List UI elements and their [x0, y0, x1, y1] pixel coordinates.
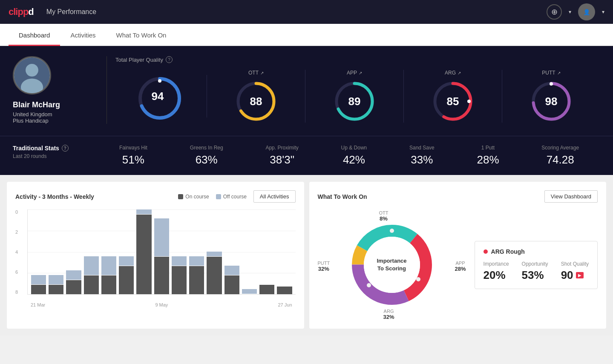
- bar-group-10: [207, 209, 222, 294]
- trad-label-area: Traditional Stats ? Last 20 rounds: [13, 145, 98, 159]
- stat-greens-label: Greens In Reg: [190, 145, 223, 151]
- metric-opportunity: Opportunity 53%: [522, 261, 548, 282]
- stat-sandsave-val: 33%: [409, 153, 435, 166]
- info-card-title: ARG Rough: [483, 248, 589, 255]
- tab-what-to-work-on[interactable]: What To Work On: [106, 24, 177, 46]
- donut-center-label: ImportanceTo Scoring: [377, 257, 406, 272]
- gauge-putt-value: 98: [545, 95, 558, 108]
- svg-point-12: [467, 100, 471, 103]
- player-country: United Kingdom: [13, 111, 98, 118]
- bar-off-11: [224, 266, 239, 275]
- gauge-app-label: APP ↗: [347, 70, 362, 76]
- bar-group-1: [49, 209, 63, 294]
- chart-bars: [27, 209, 296, 295]
- stat-1putt: 1 Putt 28%: [477, 145, 499, 166]
- gauge-arg-label: ARG ↗: [445, 70, 461, 76]
- info-card: ARG Rough Importance 20% Opportunity 53%…: [475, 241, 598, 289]
- activity-legend: On course Off course: [178, 194, 247, 200]
- bar-off-6: [136, 209, 151, 214]
- top-nav: clippd My Performance ⊕ ▾ 👤 ▾: [0, 0, 613, 24]
- add-button[interactable]: ⊕: [547, 4, 562, 20]
- bar-group-8: [172, 209, 187, 294]
- label-app: APP 28%: [455, 261, 466, 272]
- bar-on-10: [207, 257, 222, 294]
- bar-off-3: [84, 256, 99, 275]
- user-dropdown-arrow[interactable]: ▾: [602, 9, 604, 15]
- gauge-app: APP ↗ 89: [305, 70, 404, 123]
- metric-opportunity-val: 53%: [522, 269, 548, 282]
- bar-group-7: [154, 209, 169, 294]
- logo[interactable]: clippd: [9, 6, 34, 17]
- wtwo-inner: ImportanceTo Scoring OTT 8% APP 28% ARG …: [318, 209, 598, 320]
- stat-proximity-label: App. Proximity: [265, 145, 298, 151]
- gauge-ott-label: OTT ↗: [248, 70, 264, 76]
- bar-off-7: [154, 218, 169, 256]
- quality-section: Total Player Quality ? 94: [115, 56, 600, 123]
- bottom-panels: Activity - 3 Months - Weekly On course O…: [0, 175, 613, 335]
- bar-on-4: [101, 275, 116, 294]
- stat-scoring-val: 74.28: [541, 153, 579, 166]
- gauge-arg-container: 85: [432, 80, 474, 123]
- bar-on-3: [84, 275, 99, 294]
- bar-group-14: [277, 209, 292, 294]
- trad-help-icon[interactable]: ?: [62, 145, 69, 152]
- stat-scoring-label: Scoring Average: [541, 145, 579, 151]
- wtwo-panel: What To Work On View Dashboard: [309, 182, 607, 329]
- bar-on-7: [154, 257, 169, 294]
- label-ott: OTT 8%: [379, 210, 389, 222]
- player-name: Blair McHarg: [13, 100, 98, 109]
- bar-on-2: [66, 280, 81, 294]
- tab-bar: Dashboard Activities What To Work On: [0, 24, 613, 46]
- gauge-putt-label: PUTT ↗: [542, 70, 560, 76]
- gauge-total: 94: [115, 75, 207, 118]
- tab-dashboard[interactable]: Dashboard: [9, 24, 60, 46]
- plus-icon: ⊕: [551, 7, 558, 17]
- label-arg: ARG 32%: [383, 309, 394, 320]
- bar-on-13: [259, 285, 274, 294]
- bar-on-8: [172, 266, 187, 294]
- quality-help-icon[interactable]: ?: [166, 56, 173, 63]
- chart-area: 8 6 4 2 0: [15, 209, 296, 307]
- stat-proximity: App. Proximity 38'3": [265, 145, 298, 166]
- hero-section: Blair McHarg United Kingdom Plus Handica…: [0, 46, 613, 136]
- metric-shot-quality-label: Shot Quality: [561, 261, 589, 267]
- gauge-app-value: 89: [348, 95, 361, 108]
- bar-off-9: [189, 256, 204, 266]
- activity-panel-header: Activity - 3 Months - Weekly On course O…: [15, 190, 296, 203]
- activity-panel: Activity - 3 Months - Weekly On course O…: [7, 182, 304, 329]
- stat-1putt-label: 1 Putt: [477, 145, 499, 151]
- bar-on-0: [31, 285, 46, 294]
- nav-title: My Performance: [46, 8, 96, 16]
- bar-off-5: [119, 256, 134, 266]
- donut-area: ImportanceTo Scoring OTT 8% APP 28% ARG …: [318, 209, 466, 320]
- shot-quality-badge: ▶: [576, 272, 584, 278]
- bar-on-6: [136, 215, 151, 294]
- view-dashboard-button[interactable]: View Dashboard: [544, 190, 598, 203]
- stat-updown-val: 42%: [341, 153, 367, 166]
- bar-on-1: [49, 285, 63, 294]
- chart-y-labels: 8 6 4 2 0: [15, 209, 24, 295]
- stat-scoring: Scoring Average 74.28: [541, 145, 579, 166]
- bar-off-4: [101, 256, 116, 275]
- bar-group-2: [66, 209, 81, 294]
- metric-importance-val: 20%: [483, 269, 509, 282]
- all-activities-button[interactable]: All Activities: [253, 190, 296, 203]
- add-dropdown-arrow[interactable]: ▾: [569, 9, 571, 15]
- stat-1putt-val: 28%: [477, 153, 499, 166]
- user-avatar-button[interactable]: 👤: [578, 3, 595, 20]
- svg-point-22: [416, 277, 420, 281]
- svg-point-23: [367, 283, 371, 287]
- logo-text: clippd: [9, 6, 34, 17]
- stat-fairways: Fairways Hit 51%: [119, 145, 147, 166]
- bar-on-9: [189, 266, 204, 294]
- bar-group-0: [31, 209, 46, 294]
- svg-point-21: [390, 229, 394, 233]
- info-card-dot: [483, 249, 488, 254]
- bar-off-10: [207, 252, 222, 256]
- bar-group-12: [242, 209, 257, 294]
- legend-off-course-dot: [216, 194, 221, 199]
- tab-activities[interactable]: Activities: [60, 24, 106, 46]
- legend-on-course: On course: [178, 194, 209, 200]
- wtwo-panel-title: What To Work On: [318, 193, 367, 200]
- bar-group-9: [189, 209, 204, 294]
